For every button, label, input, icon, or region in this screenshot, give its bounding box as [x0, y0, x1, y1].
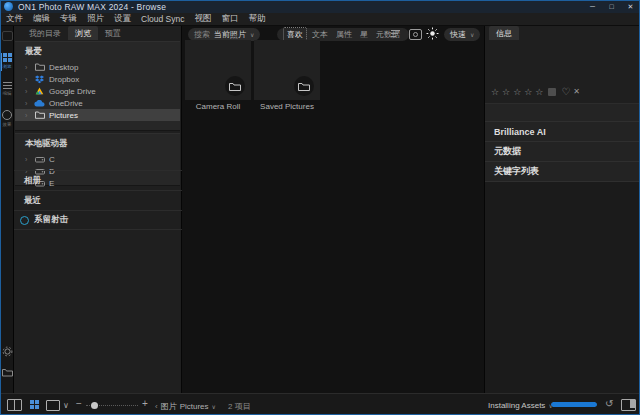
folder-icon	[34, 111, 45, 119]
expand-chevron-icon[interactable]: ›	[25, 156, 30, 163]
module-browse[interactable]: 浏览	[0, 53, 14, 69]
favorite-label: OneDrive	[49, 99, 83, 108]
favorites-section: 最爱 › Desktop › Dropbox ›	[15, 41, 180, 131]
favorite-onedrive[interactable]: › OneDrive	[15, 97, 180, 109]
chevron-down-icon: ∨	[470, 31, 474, 38]
grid-view-icon[interactable]	[30, 400, 39, 409]
menu-photo[interactable]: 照片	[82, 13, 109, 25]
tab-info[interactable]: 信息	[489, 26, 519, 40]
sort-icon[interactable]	[391, 30, 400, 37]
photos-icon[interactable]	[0, 31, 14, 41]
menu-file[interactable]: 文件	[1, 13, 28, 25]
installing-assets-status[interactable]: Installing Assets ∨	[488, 401, 553, 410]
folder-icon	[34, 63, 45, 71]
left-sidebar: 我的目录 浏览 预置 最爱 › Desktop › Dropbox ›	[14, 26, 182, 393]
section-metadata[interactable]: 元数据	[485, 141, 640, 161]
browse-module-label: 浏览	[3, 63, 12, 68]
maximize-button[interactable]: □	[602, 0, 621, 13]
preview-speed-value: 快速	[450, 29, 466, 40]
chevron-down-icon: ∨	[212, 403, 216, 410]
favorite-desktop[interactable]: › Desktop	[15, 61, 180, 73]
color-label-swatch[interactable]	[548, 88, 556, 96]
preview-speed-dropdown[interactable]: 快速 ∨	[444, 28, 480, 41]
back-chevron-icon[interactable]: ‹	[155, 402, 158, 411]
star-icon[interactable]: ☆	[491, 87, 499, 97]
folder-tile-saved-pictures[interactable]	[254, 40, 320, 100]
favorite-pictures[interactable]: › Pictures	[15, 109, 180, 121]
browser-canvas: 搜索 当前照片 ∨ 喜欢 文本 属性 星 元数据 快速 ∨	[182, 26, 484, 393]
installing-assets-label: Installing Assets	[488, 401, 545, 410]
like-heart-icon[interactable]: ♡	[561, 86, 570, 97]
tab-browse[interactable]: 浏览	[68, 26, 98, 40]
info-panel-tabs: 信息	[485, 26, 640, 40]
menu-view[interactable]: 视图	[189, 13, 216, 25]
effects-ring-icon	[2, 110, 12, 120]
sun-light-icon[interactable]	[426, 27, 439, 40]
status-bar: ∨ − + ‹ 图片 Pictures ∨ 2 项目 Installing As…	[0, 393, 640, 415]
favorite-label: Pictures	[49, 111, 78, 120]
section-brilliance-ai[interactable]: Brilliance AI	[485, 121, 640, 141]
menu-album[interactable]: 专辑	[55, 13, 82, 25]
thumbnail-preview-icon[interactable]	[409, 29, 422, 40]
module-rail: 浏览 编辑 效果	[0, 26, 14, 393]
tab-my-catalogs[interactable]: 我的目录	[22, 26, 68, 40]
search-scope-value: 当前照片	[214, 29, 246, 40]
dual-pane-icon[interactable]	[7, 399, 22, 411]
favorite-label: Google Drive	[49, 87, 96, 96]
tethered-label: 系留射击	[34, 214, 68, 226]
breadcrumb-folder-type: 图片	[161, 401, 177, 412]
favorite-google-drive[interactable]: › Google Drive	[15, 85, 180, 97]
expand-chevron-icon[interactable]: ›	[25, 64, 30, 71]
menu-window[interactable]: 窗口	[216, 13, 243, 25]
folder-icon[interactable]	[0, 368, 14, 377]
breadcrumb[interactable]: ‹ 图片 Pictures ∨	[155, 401, 216, 412]
menu-edit[interactable]: 编辑	[28, 13, 55, 25]
slider-thumb[interactable]	[91, 402, 98, 409]
view-mode-chevron-icon[interactable]: ∨	[63, 401, 69, 410]
recent-section-header[interactable]: 最近	[14, 190, 182, 210]
drive-label: C	[49, 155, 55, 164]
star-icon[interactable]: ☆	[513, 87, 521, 97]
close-button[interactable]: ✕	[621, 0, 640, 13]
effects-module-label: 效果	[3, 121, 12, 126]
favorite-dropbox[interactable]: › Dropbox	[15, 73, 180, 85]
detail-view-icon[interactable]	[46, 400, 60, 411]
item-count: 2 项目	[228, 401, 251, 412]
zoom-out-button[interactable]: −	[76, 398, 82, 409]
google-drive-icon	[34, 87, 45, 95]
tethered-shooting-row[interactable]: 系留射击	[14, 210, 182, 230]
settings-gear-icon[interactable]	[0, 346, 14, 357]
minimize-button[interactable]: ─	[583, 0, 602, 13]
expand-chevron-icon[interactable]: ›	[25, 76, 30, 83]
filter-attributes[interactable]: 属性	[333, 28, 355, 41]
menu-cloud-sync[interactable]: Cloud Sync	[136, 14, 189, 24]
toggle-right-panel-icon[interactable]	[621, 399, 636, 411]
dislike-x-icon[interactable]: ✕	[573, 87, 580, 96]
menu-settings[interactable]: 设置	[109, 13, 136, 25]
edit-module-label: 编辑	[3, 90, 12, 95]
info-divider-band	[485, 103, 640, 122]
star-icon[interactable]: ☆	[535, 87, 543, 97]
module-edit[interactable]: 编辑	[0, 82, 14, 96]
title-bar: ON1 Photo RAW MAX 2024 - Browse ─ □ ✕	[0, 0, 640, 13]
hard-drive-icon	[34, 156, 45, 163]
local-drives-title: 本地驱动器	[15, 134, 180, 153]
expand-chevron-icon[interactable]: ›	[25, 88, 30, 95]
albums-section-header[interactable]: 相册	[14, 170, 182, 190]
tab-presets[interactable]: 预置	[98, 26, 128, 40]
refresh-icon[interactable]: ↺	[605, 398, 613, 409]
drive-c[interactable]: › C	[15, 153, 180, 165]
menu-help[interactable]: 帮助	[243, 13, 270, 25]
thumbnail-size-slider[interactable]	[86, 405, 138, 406]
zoom-in-button[interactable]: +	[142, 398, 148, 409]
info-panel-empty-area	[485, 181, 640, 394]
expand-chevron-icon[interactable]: ›	[25, 100, 30, 107]
star-icon[interactable]: ☆	[502, 87, 510, 97]
expand-chevron-icon[interactable]: ›	[25, 112, 30, 119]
module-effects[interactable]: 效果	[0, 110, 14, 127]
section-keyword-list[interactable]: 关键字列表	[485, 161, 640, 181]
filter-stars[interactable]: 星	[357, 28, 371, 41]
folder-tile-camera-roll[interactable]	[185, 40, 251, 100]
install-progress-bar	[551, 402, 597, 407]
star-icon[interactable]: ☆	[524, 87, 532, 97]
